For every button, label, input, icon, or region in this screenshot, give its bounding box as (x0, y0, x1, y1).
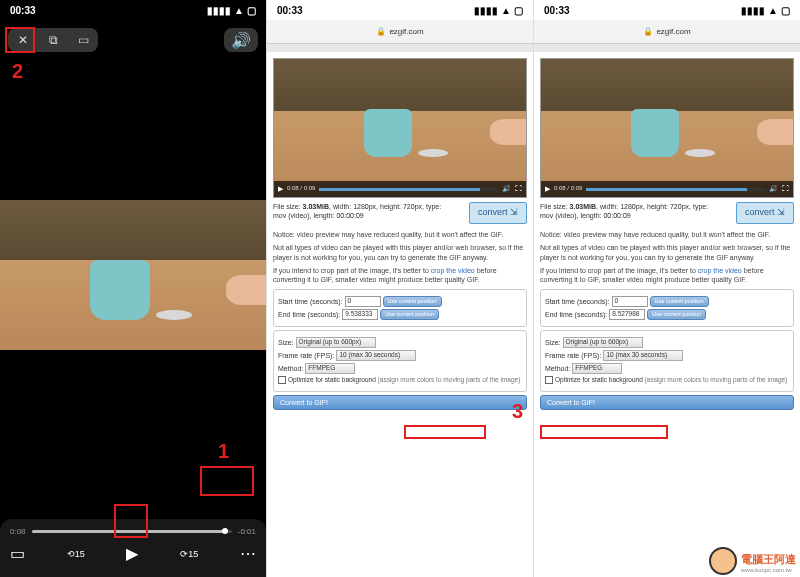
more-button[interactable]: ⋯ (240, 544, 256, 563)
size-label: Size: (545, 338, 561, 347)
preview-volume-icon[interactable]: 🔊 (502, 184, 511, 193)
crop-video-link[interactable]: crop the video (431, 267, 475, 274)
scrubber-thumb[interactable] (222, 528, 228, 534)
convert-button[interactable]: convert ⇲ (469, 202, 527, 224)
start-time-input[interactable]: 0 (345, 296, 381, 307)
hand-object (226, 275, 266, 305)
convert-icon: ⇲ (777, 207, 785, 217)
size-select[interactable]: Original (up to 600px) (563, 337, 643, 348)
time-remaining: -0:01 (238, 527, 256, 536)
label-3: 3 (512, 400, 523, 423)
end-current-button[interactable]: Use current position (380, 309, 439, 320)
convert-button[interactable]: convert ⇲ (736, 202, 794, 224)
play-button[interactable]: ▶ (126, 544, 138, 563)
fps-label: Frame rate (FPS): (545, 351, 601, 360)
preview-play-icon[interactable]: ▶ (278, 184, 283, 193)
convert-gif-button[interactable]: Convert to GIF! (540, 395, 794, 410)
status-bar: 00:33 ▮▮▮▮ ▲ ▢ (534, 0, 800, 20)
start-current-button[interactable]: Use current position (650, 296, 709, 307)
video-preview[interactable]: ▶ 0:08 / 0:09 🔊 ⛶ (540, 58, 794, 198)
pip-button[interactable]: ⧉ (38, 28, 68, 52)
url-text: ezgif.com (656, 27, 690, 36)
bucket-object (90, 260, 150, 320)
watermark-text: 電腦王阿達 (741, 553, 796, 565)
notice-quality: Notice: video preview may have reduced q… (273, 230, 527, 239)
airplay-button[interactable]: ▭ (10, 544, 25, 563)
player-top-controls: ✕ ⧉ ▭ 🔊 (0, 25, 266, 55)
video-frame (0, 200, 266, 350)
signal-icon: ▮▮▮▮ (207, 5, 231, 16)
iphone-video-player: 00:33 ▮▮▮▮ ▲ ▢ ✕ ⧉ ▭ 🔊 0:08 (0, 0, 266, 577)
method-select[interactable]: FFMPEG (572, 363, 622, 374)
status-bar: 00:33 ▮▮▮▮ ▲ ▢ (267, 0, 533, 20)
forward-button[interactable]: ⟳15 (180, 549, 198, 559)
size-label: Size: (278, 338, 294, 347)
file-info: File size: 3.03MiB, width: 1280px, heigh… (540, 202, 736, 220)
method-label: Method: (545, 364, 570, 373)
label-2: 2 (12, 60, 23, 83)
convert-gif-button[interactable]: Convert to GIF! (273, 395, 527, 410)
crop-video-link[interactable]: crop the video (698, 267, 742, 274)
wifi-icon: ▲ (234, 5, 244, 16)
optimize-checkbox[interactable] (545, 376, 553, 384)
time-current: 0:08 (10, 527, 26, 536)
convert-icon: ⇲ (510, 207, 518, 217)
watermark-avatar (709, 547, 737, 575)
preview-play-icon[interactable]: ▶ (545, 184, 550, 193)
wifi-icon: ▲ (768, 5, 778, 16)
status-time: 00:33 (277, 5, 303, 16)
status-time: 00:33 (544, 5, 570, 16)
lid-object (156, 310, 192, 320)
battery-icon: ▢ (514, 5, 523, 16)
scrubber-track[interactable] (32, 530, 232, 533)
start-current-button[interactable]: Use current position (383, 296, 442, 307)
subtitles-button[interactable]: ▭ (68, 28, 98, 52)
watermark-url: www.kocpc.com.tw (741, 567, 796, 573)
preview-fullscreen-icon[interactable]: ⛶ (782, 184, 789, 193)
status-bar: 00:33 ▮▮▮▮ ▲ ▢ (0, 0, 266, 20)
rewind-button[interactable]: ⟲15 (67, 549, 85, 559)
time-fieldset: Start time (seconds): 0 Use current posi… (540, 289, 794, 327)
notice-compat: Not all types of video can be played wit… (540, 243, 794, 262)
watermark: 電腦王阿達 www.kocpc.com.tw (709, 547, 796, 575)
label-1: 1 (218, 440, 229, 463)
preview-time: 0:08 / 0:09 (287, 185, 315, 193)
preview-volume-icon[interactable]: 🔊 (769, 184, 778, 193)
volume-button[interactable]: 🔊 (224, 28, 258, 52)
video-preview[interactable]: ▶ 0:08 / 0:09 🔊 ⛶ (273, 58, 527, 198)
battery-icon: ▢ (247, 5, 256, 16)
start-time-label: Start time (seconds): (545, 297, 610, 306)
optimize-label: Optimize for static background (assign m… (288, 376, 520, 384)
end-time-label: End time (seconds): (545, 310, 607, 319)
preview-fullscreen-icon[interactable]: ⛶ (515, 184, 522, 193)
notice-crop: If you intend to crop part of the image,… (540, 266, 794, 285)
preview-track[interactable] (586, 188, 765, 191)
fps-select[interactable]: 10 (max 30 seconds) (603, 350, 683, 361)
lock-icon: 🔒 (376, 27, 386, 36)
notice-compat: Not all types of video can be played wit… (273, 243, 527, 262)
fps-label: Frame rate (FPS): (278, 351, 334, 360)
address-bar[interactable]: 🔒 ezgif.com (534, 20, 800, 44)
optimize-checkbox[interactable] (278, 376, 286, 384)
status-indicators: ▮▮▮▮ ▲ ▢ (741, 5, 790, 16)
status-time: 00:33 (10, 5, 36, 16)
wifi-icon: ▲ (501, 5, 511, 16)
start-time-label: Start time (seconds): (278, 297, 343, 306)
end-time-label: End time (seconds): (278, 310, 340, 319)
signal-icon: ▮▮▮▮ (741, 5, 765, 16)
highlight-end-button (404, 425, 486, 439)
end-time-input[interactable]: 9.538333 (342, 309, 378, 320)
url-text: ezgif.com (389, 27, 423, 36)
fps-select[interactable]: 10 (max 30 seconds) (336, 350, 416, 361)
method-select[interactable]: FFMPEG (305, 363, 355, 374)
options-fieldset: Size: Original (up to 600px) Frame rate … (273, 330, 527, 391)
end-time-input[interactable]: 8.527988 (609, 309, 645, 320)
address-bar[interactable]: 🔒 ezgif.com (267, 20, 533, 44)
close-button[interactable]: ✕ (8, 28, 38, 52)
method-label: Method: (278, 364, 303, 373)
size-select[interactable]: Original (up to 600px) (296, 337, 376, 348)
start-time-input[interactable]: 0 (612, 296, 648, 307)
page-content: ▶ 0:08 / 0:09 🔊 ⛶ File size: 3.03MiB, wi… (534, 52, 800, 414)
end-current-button[interactable]: Use current position (647, 309, 706, 320)
preview-track[interactable] (319, 188, 498, 191)
